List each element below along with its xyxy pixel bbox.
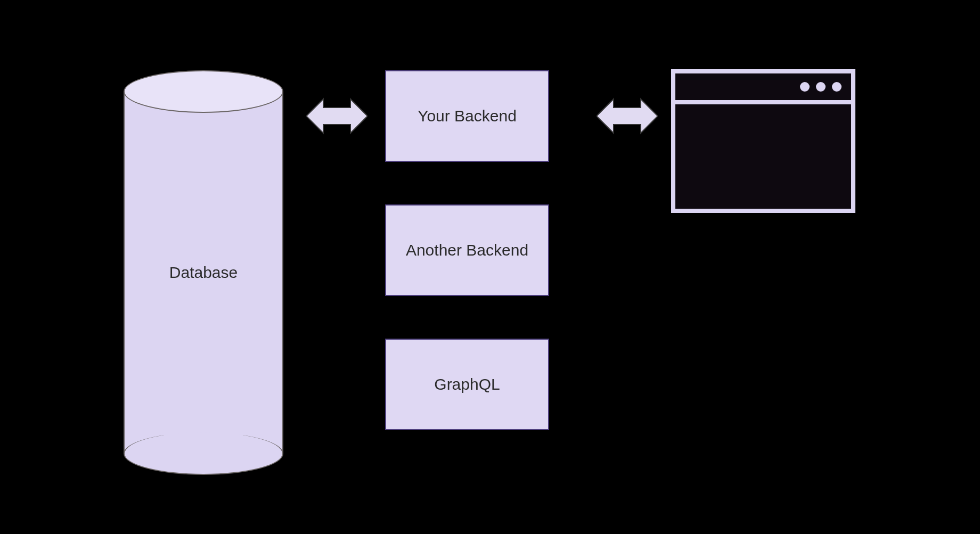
bidirectional-arrow-icon (597, 95, 658, 137)
cylinder-bottom (124, 432, 283, 475)
window-control-dot-icon (816, 82, 826, 92)
backend-label: Your Backend (418, 107, 517, 125)
backend-label: GraphQL (434, 375, 500, 393)
backend-box-another-backend: Another Backend (385, 204, 549, 296)
backend-box-your-backend: Your Backend (385, 70, 549, 162)
browser-titlebar (675, 73, 851, 104)
bidirectional-arrow-icon (306, 95, 368, 137)
browser-window-icon (671, 69, 855, 213)
window-control-dot-icon (832, 82, 842, 92)
cylinder-top (124, 70, 283, 113)
window-control-dot-icon (800, 82, 810, 92)
svg-marker-0 (306, 99, 368, 133)
database-node: Database (124, 70, 283, 475)
backend-label: Another Backend (406, 241, 528, 259)
database-label: Database (169, 264, 238, 282)
svg-marker-1 (597, 99, 658, 133)
backend-box-graphql: GraphQL (385, 339, 549, 430)
architecture-diagram: Database Your Backend Another Backend Gr… (80, 33, 900, 502)
